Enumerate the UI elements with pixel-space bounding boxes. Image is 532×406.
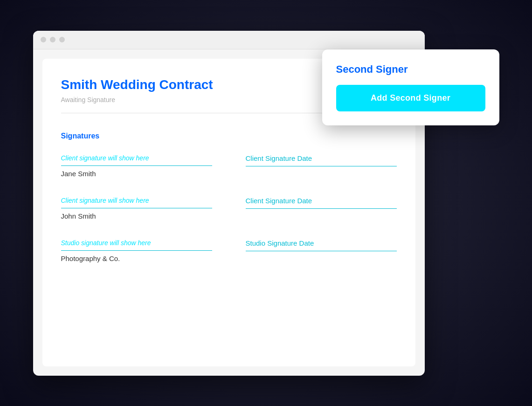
client-signature-date-label-1: Client Signature Date [246,154,397,166]
studio-name: Photography & Co. [61,255,120,262]
signatures-section-label: Signatures [61,132,397,140]
studio-signature-placeholder: Studio signature will show here [61,239,212,251]
signature-date-block-1: Client Signature Date [246,154,397,178]
client-signature-placeholder-2: Client signature will show here [61,197,212,208]
signature-row-1: Client signature will show here Jane Smi… [61,154,397,178]
signature-block-jane: Client signature will show here Jane Smi… [61,154,212,178]
browser-dot-2 [50,37,55,42]
client-name-2: John Smith [61,212,96,220]
scene: Smith Wedding Contract Awaiting Signatur… [33,21,499,385]
second-signer-popup: Second Signer Add Second Signer [322,49,499,125]
signature-date-block-2: Client Signature Date [246,197,397,220]
signature-block-studio: Studio signature will show here Photogra… [61,239,212,263]
signature-row-2: Client signature will show here John Smi… [61,197,397,220]
client-signature-date-label-2: Client Signature Date [246,197,397,209]
popup-title: Second Signer [336,63,485,76]
browser-titlebar [33,31,425,49]
signature-row-studio: Studio signature will show here Photogra… [61,239,397,263]
signature-date-block-studio: Studio Signature Date [246,239,397,263]
client-name-1: Jane Smith [61,170,96,178]
client-signature-placeholder-1: Client signature will show here [61,154,212,166]
signature-block-john: Client signature will show here John Smi… [61,197,212,220]
browser-dot-1 [41,37,46,42]
browser-dot-3 [59,37,65,42]
studio-signature-date-label: Studio Signature Date [246,239,397,251]
add-second-signer-button[interactable]: Add Second Signer [336,85,485,111]
